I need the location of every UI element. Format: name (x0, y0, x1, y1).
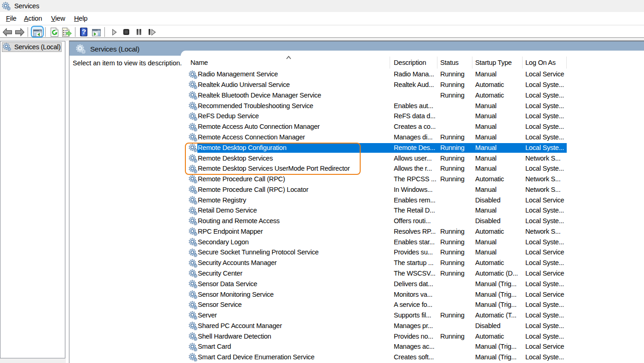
svg-text:?: ? (81, 28, 86, 35)
